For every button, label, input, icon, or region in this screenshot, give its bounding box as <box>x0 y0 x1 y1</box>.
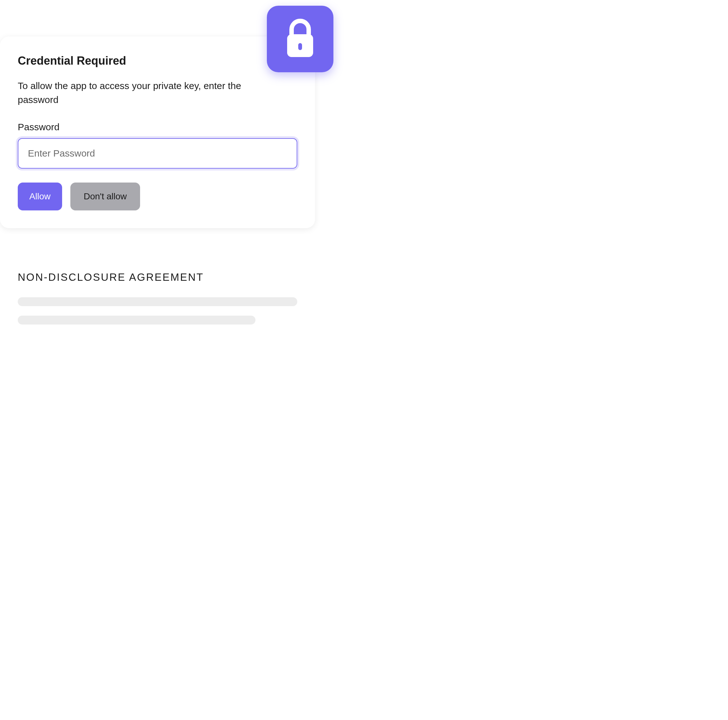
lock-icon <box>283 18 318 60</box>
dialog-actions: Allow Don't allow <box>18 182 297 210</box>
document-placeholder-line <box>18 316 255 324</box>
dialog-title: Credential Required <box>18 54 297 67</box>
svg-rect-1 <box>298 43 302 50</box>
lock-badge <box>267 6 333 72</box>
allow-button[interactable]: Allow <box>18 182 62 210</box>
password-input[interactable] <box>18 138 297 168</box>
dialog-description: To allow the app to access your private … <box>18 79 278 107</box>
document-card: NON-DISCLOSURE AGREEMENT <box>0 254 315 349</box>
document-placeholder-line <box>18 297 297 306</box>
password-label: Password <box>18 122 297 133</box>
document-title: NON-DISCLOSURE AGREEMENT <box>18 271 297 283</box>
dont-allow-button[interactable]: Don't allow <box>70 182 140 210</box>
